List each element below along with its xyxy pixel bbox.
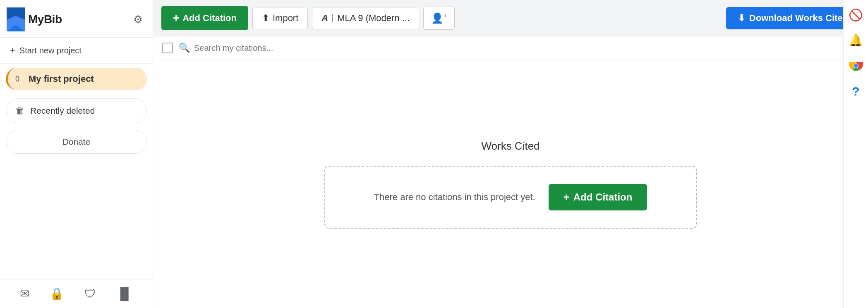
donate-button[interactable]: Donate [6,130,147,154]
citation-style-button[interactable]: A MLA 9 (Modern ... [312,7,419,29]
add-citation-empty-plus-icon: + [563,191,569,203]
select-all-checkbox[interactable] [162,43,173,53]
citation-style-label: MLA 9 (Modern ... [337,13,410,24]
question-icon[interactable]: ? [852,84,859,98]
search-bar-row: 🔍 ⚙ [153,36,868,60]
right-icons-panel: 🚫 🔔 ? [843,0,868,308]
lock-icon[interactable]: 🔒 [50,287,64,301]
search-icon: 🔍 [179,43,190,53]
import-arrow-icon: ⬆ [262,13,269,24]
import-label: Import [273,13,298,24]
add-citation-plus-icon: + [173,12,179,24]
no-entry-icon: 🚫 [849,8,863,22]
shield-icon[interactable]: 🛡 [84,287,96,301]
empty-state: Works Cited There are no citations in th… [153,60,868,308]
plus-icon: + [10,45,15,56]
main-content: + Add Citation ⬆ Import A MLA 9 (Modern … [153,0,868,308]
empty-dashed-box: There are no citations in this project y… [324,166,697,229]
sidebar: MyBib ⚙ + Start new project 0 My first p… [0,0,153,308]
logo-area: MyBib [7,7,62,31]
sidebar-footer: ✉ 🔒 🛡 ▐▌ [0,279,153,308]
import-button[interactable]: ⬆ Import [252,7,308,29]
bookmark-icon [7,7,25,31]
settings-icon[interactable]: ⚙ [133,14,143,25]
add-citation-empty-label: Add Citation [573,191,633,203]
svg-point-6 [854,64,858,68]
start-new-project-label: Start new project [19,46,82,55]
download-label: Download Works Cited [749,13,848,24]
collaborators-button[interactable]: 👤+ [423,7,455,30]
add-citation-button[interactable]: + Add Citation [161,6,248,30]
project-name: My first project [29,74,94,84]
app-title: MyBib [28,13,62,26]
project-count: 0 [15,75,24,84]
sidebar-header: MyBib ⚙ [0,0,153,38]
recently-deleted-label: Recently deleted [30,106,95,116]
chrome-icon [849,59,863,73]
style-icon: A [321,13,328,24]
bell-icon[interactable]: 🔔 [849,33,863,47]
toolbar: + Add Citation ⬆ Import A MLA 9 (Modern … [153,0,868,36]
donate-label: Donate [62,137,91,147]
trash-icon: 🗑 [15,105,24,116]
empty-message: There are no citations in this project y… [374,192,535,203]
start-new-project-button[interactable]: + Start new project [0,38,153,64]
works-cited-title: Works Cited [481,140,540,153]
search-input-wrap: 🔍 [179,43,844,53]
recently-deleted-button[interactable]: 🗑 Recently deleted [6,98,147,123]
mail-icon[interactable]: ✉ [20,287,29,301]
add-person-icon: 👤+ [431,12,447,24]
search-input[interactable] [194,43,844,53]
download-works-cited-button[interactable]: ⬇ Download Works Cited [726,7,860,29]
project-item[interactable]: 0 My first project [6,68,147,90]
download-arrow-icon: ⬇ [738,13,745,24]
add-citation-empty-button[interactable]: + Add Citation [549,184,647,210]
style-divider [332,14,333,22]
add-citation-label: Add Citation [182,13,237,24]
cards-icon[interactable]: ▐▌ [116,287,133,301]
